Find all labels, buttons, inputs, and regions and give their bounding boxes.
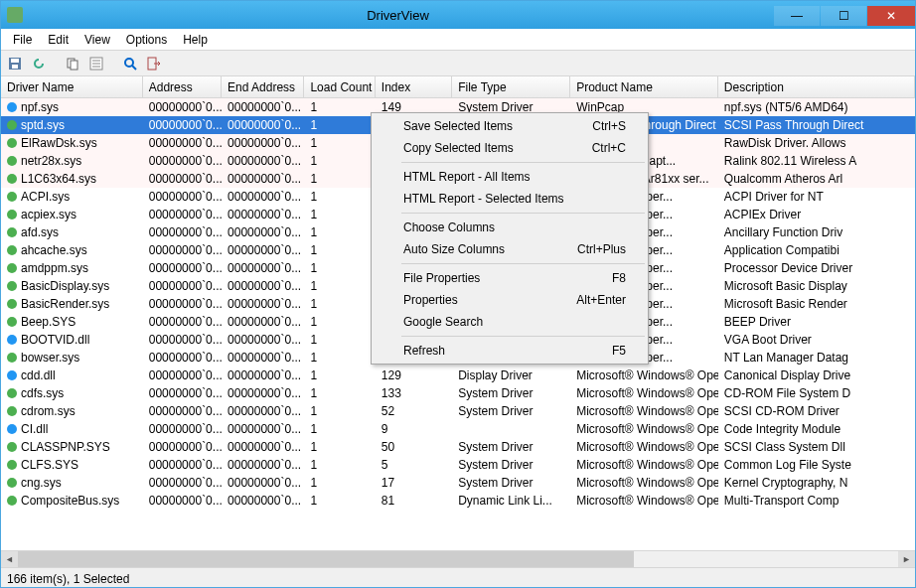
menu-file[interactable]: File <box>5 31 40 49</box>
col-driver-name[interactable]: Driver Name <box>1 76 143 98</box>
cell: 1 <box>304 494 375 508</box>
cell: 00000000`0... <box>143 440 222 454</box>
driver-list[interactable]: npf.sys00000000`0...00000000`0...1149Sys… <box>1 98 915 567</box>
col-end-address[interactable]: End Address <box>222 76 304 98</box>
svg-point-9 <box>125 59 133 67</box>
ctx-html-report-selected-items[interactable]: HTML Report - Selected Items <box>374 188 646 210</box>
col-product-name[interactable]: Product Name <box>570 76 718 98</box>
table-row[interactable]: CLFS.SYS00000000`0...00000000`0...15Syst… <box>1 456 915 474</box>
cell: 1 <box>304 118 375 132</box>
properties-icon[interactable] <box>86 54 106 74</box>
driver-status-icon <box>7 245 17 255</box>
find-icon[interactable] <box>120 54 140 74</box>
cell: cdd.dll <box>1 368 143 382</box>
close-button[interactable]: ✕ <box>867 6 915 26</box>
titlebar[interactable]: DriverView — ☐ ✕ <box>1 1 915 29</box>
scroll-thumb[interactable] <box>18 551 634 568</box>
menu-options[interactable]: Options <box>118 31 175 49</box>
scroll-track[interactable] <box>18 551 898 568</box>
menu-help[interactable]: Help <box>175 31 216 49</box>
ctx-copy-selected-items[interactable]: Copy Selected ItemsCtrl+C <box>374 137 646 159</box>
table-row[interactable]: cdrom.sys00000000`0...00000000`0...152Sy… <box>1 402 915 420</box>
col-description[interactable]: Description <box>718 76 915 98</box>
cell: BOOTVID.dll <box>1 333 143 347</box>
cell: Microsoft® Windows® Oper... <box>570 458 718 472</box>
col-load-count[interactable]: Load Count <box>304 76 375 98</box>
table-row[interactable]: cng.sys00000000`0...00000000`0...117Syst… <box>1 474 915 492</box>
ctx-properties[interactable]: PropertiesAlt+Enter <box>374 289 646 311</box>
status-bar: 166 item(s), 1 Selected <box>1 567 915 588</box>
driver-status-icon <box>7 281 17 291</box>
table-row[interactable]: CompositeBus.sys00000000`0...00000000`0.… <box>1 492 915 510</box>
driver-status-icon <box>7 174 17 184</box>
exit-icon[interactable] <box>144 54 164 74</box>
cell: 00000000`0... <box>222 225 304 239</box>
cell: SCSI Class System Dll <box>718 440 915 454</box>
menu-view[interactable]: View <box>76 31 118 49</box>
ctx-choose-columns[interactable]: Choose Columns <box>374 217 646 238</box>
driver-status-icon <box>7 388 17 398</box>
driver-status-icon <box>7 335 17 345</box>
copy-icon[interactable] <box>63 54 82 74</box>
ctx-item-shortcut: F8 <box>612 271 626 285</box>
ctx-item-shortcut: Ctrl+C <box>592 141 626 155</box>
cell: NT Lan Manager Datag <box>718 351 915 365</box>
ctx-item-shortcut: Ctrl+Plus <box>577 242 626 256</box>
cell: 00000000`0... <box>143 136 222 150</box>
cell: 00000000`0... <box>143 243 222 257</box>
cell: 00000000`0... <box>222 190 304 204</box>
cell: Microsoft® Windows® Oper... <box>570 422 718 436</box>
cell: 00000000`0... <box>222 333 304 347</box>
cell: Microsoft Basic Display <box>718 279 915 293</box>
cell: Microsoft® Windows® Oper... <box>570 440 718 454</box>
ctx-refresh[interactable]: RefreshF5 <box>374 340 646 362</box>
table-row[interactable]: CLASSPNP.SYS00000000`0...00000000`0...15… <box>1 438 915 456</box>
cell: 00000000`0... <box>143 494 222 508</box>
ctx-html-report-all-items[interactable]: HTML Report - All Items <box>374 166 646 188</box>
table-row[interactable]: CI.dll00000000`0...00000000`0...19Micros… <box>1 420 915 438</box>
menu-edit[interactable]: Edit <box>40 31 76 49</box>
driver-status-icon <box>7 370 17 380</box>
cell: BasicDisplay.sys <box>1 279 143 293</box>
ctx-google-search[interactable]: Google Search <box>374 311 646 333</box>
cell: 1 <box>304 315 375 329</box>
table-row[interactable]: cdfs.sys00000000`0...00000000`0...1133Sy… <box>1 384 915 402</box>
minimize-button[interactable]: — <box>774 6 820 26</box>
cell: 1 <box>304 225 375 239</box>
driver-status-icon <box>7 156 17 166</box>
ctx-auto-size-columns[interactable]: Auto Size ColumnsCtrl+Plus <box>374 238 646 260</box>
refresh-icon[interactable] <box>29 54 49 74</box>
cell: 00000000`0... <box>222 422 304 436</box>
cell: Application Compatibi <box>718 243 915 257</box>
cell: 00000000`0... <box>222 386 304 400</box>
col-address[interactable]: Address <box>143 76 222 98</box>
status-text: 166 item(s), 1 Selected <box>7 572 129 586</box>
maximize-button[interactable]: ☐ <box>821 6 866 26</box>
ctx-save-selected-items[interactable]: Save Selected ItemsCtrl+S <box>374 115 646 137</box>
cell: 1 <box>304 208 375 221</box>
cell: CompositeBus.sys <box>1 494 143 508</box>
cell: System Driver <box>452 476 570 490</box>
ctx-file-properties[interactable]: File PropertiesF8 <box>374 267 646 289</box>
cell: 00000000`0... <box>143 118 222 132</box>
scroll-left-arrow[interactable]: ◄ <box>1 551 18 568</box>
cell: SCSI Pass Through Direct <box>718 118 915 132</box>
ctx-item-label: HTML Report - Selected Items <box>403 192 564 206</box>
cell: 1 <box>304 136 375 150</box>
horizontal-scrollbar[interactable]: ◄ ► <box>1 550 915 567</box>
col-index[interactable]: Index <box>376 76 452 98</box>
cell: ahcache.sys <box>1 243 143 257</box>
table-row[interactable]: cdd.dll00000000`0...00000000`0...1129Dis… <box>1 367 915 384</box>
cell: 00000000`0... <box>143 225 222 239</box>
col-file-type[interactable]: File Type <box>452 76 570 98</box>
cell: 1 <box>304 476 375 490</box>
cell: 50 <box>376 440 452 454</box>
scroll-right-arrow[interactable]: ► <box>898 551 915 568</box>
ctx-item-label: Properties <box>403 293 458 307</box>
save-icon[interactable] <box>5 54 25 74</box>
cell: 133 <box>376 386 452 400</box>
cell: 1 <box>304 172 375 186</box>
cell: 00000000`0... <box>222 243 304 257</box>
cell: RawDisk Driver. Allows <box>718 136 915 150</box>
cell: 5 <box>376 458 452 472</box>
